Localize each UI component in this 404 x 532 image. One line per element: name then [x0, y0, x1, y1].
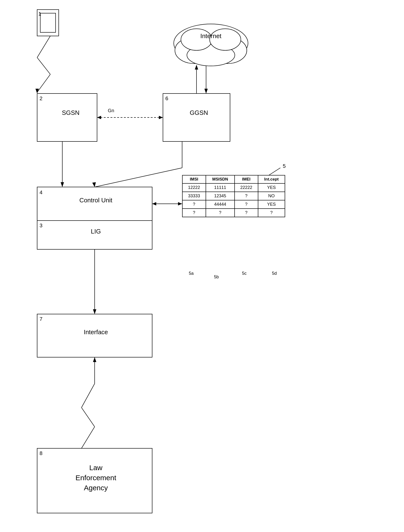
- cell-msisdn-1: 11111: [206, 183, 235, 192]
- svg-line-26: [95, 168, 182, 187]
- label-5b: 5b: [214, 275, 219, 280]
- cell-intercept-3: YES: [258, 200, 285, 209]
- svg-marker-33: [93, 309, 96, 314]
- cloud-label: Internet: [180, 32, 242, 40]
- node7-number: 7: [39, 316, 42, 322]
- svg-marker-29: [178, 202, 182, 205]
- cell-imsi-1: 12222: [182, 183, 206, 192]
- node7-label: Interface: [48, 328, 144, 336]
- cell-imsi-3: ?: [182, 200, 206, 209]
- data-table: IMSI MSISDN IMEI Int.cept 12222 11111 22…: [182, 175, 285, 217]
- node4-number: 4: [39, 189, 42, 196]
- svg-line-3: [37, 58, 50, 74]
- arrows-svg: [0, 0, 404, 532]
- svg-line-35: [82, 427, 95, 448]
- label-5a: 5a: [189, 271, 194, 276]
- table-row: ? ? ? ?: [182, 209, 285, 217]
- svg-point-12: [175, 37, 213, 64]
- cell-imsi-4: ?: [182, 209, 206, 217]
- label-5d: 5d: [272, 271, 277, 276]
- svg-marker-9: [97, 116, 101, 119]
- svg-marker-30: [152, 202, 156, 205]
- label-5c: 5c: [242, 271, 246, 276]
- node3-label: LIG: [48, 228, 144, 235]
- cell-imei-2: ?: [235, 192, 258, 200]
- svg-point-13: [208, 37, 247, 64]
- svg-rect-7: [163, 94, 230, 141]
- svg-point-11: [174, 24, 248, 62]
- svg-marker-24: [61, 182, 64, 187]
- node1-number: 1: [38, 11, 41, 17]
- cell-intercept-2: NO: [258, 192, 285, 200]
- node6-number: 6: [165, 96, 168, 102]
- svg-rect-1: [40, 13, 56, 32]
- cell-imei-4: ?: [235, 209, 258, 217]
- svg-line-2: [37, 36, 50, 58]
- cell-imsi-2: 33333: [182, 192, 206, 200]
- diagram-container: 1 2 SGSN 6 GGSN Internet Gn 4 Control Un…: [0, 0, 404, 532]
- svg-marker-5: [35, 89, 39, 94]
- table-row: 12222 11111 22222 YES: [182, 183, 285, 192]
- col-msisdn: MSISDN: [206, 175, 235, 183]
- svg-marker-27: [92, 182, 96, 187]
- node6-label: GGSN: [172, 109, 225, 116]
- node8-number: 8: [39, 450, 42, 456]
- cell-intercept-4: ?: [258, 209, 285, 217]
- col-imsi: IMSI: [182, 175, 206, 183]
- svg-marker-20: [204, 89, 208, 94]
- table-header-row: IMSI MSISDN IMEI Int.cept: [182, 175, 285, 183]
- interception-table: IMSI MSISDN IMEI Int.cept 12222 11111 22…: [182, 175, 285, 217]
- node3-number: 3: [39, 223, 42, 229]
- col-intercept: Int.cept: [258, 175, 285, 183]
- svg-line-36: [82, 408, 95, 427]
- svg-marker-10: [159, 116, 163, 119]
- cell-msisdn-3: 44444: [206, 200, 235, 209]
- node5-number: 5: [283, 163, 286, 169]
- cell-msisdn-4: ?: [206, 209, 235, 217]
- svg-line-37: [82, 384, 95, 408]
- svg-point-14: [187, 44, 235, 66]
- table-row: ? 44444 ? YES: [182, 200, 285, 209]
- svg-marker-18: [195, 65, 198, 70]
- svg-marker-39: [93, 357, 96, 362]
- cell-imei-3: ?: [235, 200, 258, 209]
- col-imei: IMEI: [235, 175, 258, 183]
- cell-msisdn-2: 12345: [206, 192, 235, 200]
- node4-label: Control Unit: [48, 197, 144, 204]
- cell-intercept-1: YES: [258, 183, 285, 192]
- node2-number: 2: [39, 96, 42, 102]
- table-row: 33333 12345 ? NO: [182, 192, 285, 200]
- svg-line-4: [37, 74, 50, 92]
- node2-label: SGSN: [47, 109, 95, 116]
- gn-label: Gn: [108, 108, 114, 113]
- svg-rect-6: [37, 94, 97, 141]
- node8-label: Law Enforcement Agency: [48, 463, 144, 493]
- cell-imei-1: 22222: [235, 183, 258, 192]
